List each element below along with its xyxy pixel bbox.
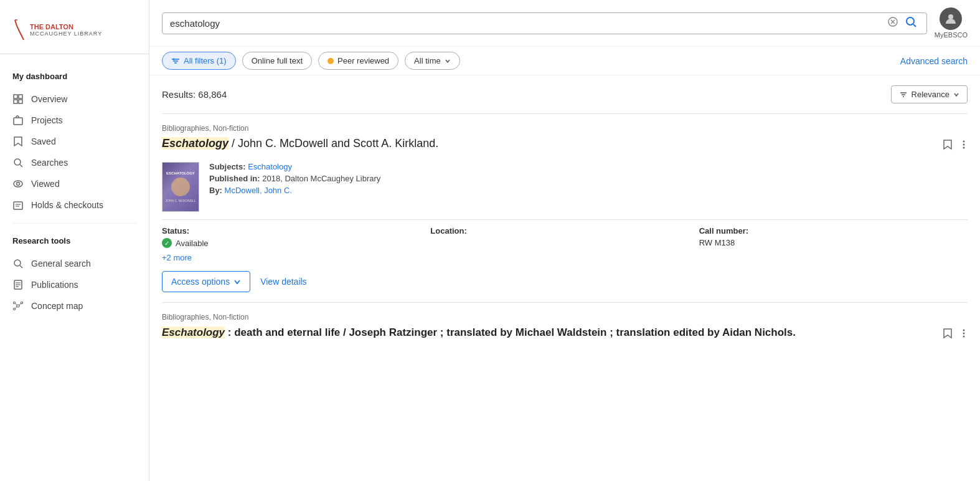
book-cover-ornament [171,178,190,196]
result1-view-details-button[interactable]: View details [260,277,306,287]
result2-meta: Bibliographies, Non-fiction [162,313,968,321]
sidebar-item-searches[interactable]: Searches [0,152,149,173]
result1-title: Eschatology / John C. McDowell and Scott… [162,136,930,151]
result1-bookmark-button[interactable] [940,136,955,156]
sidebar-label-publications: Publications [31,280,78,290]
library-logo: THE DALTON McCAUGHEY LIBRARY [0,12,149,54]
result1-title-row: Eschatology / John C. McDowell and Scott… [162,136,968,156]
sort-icon [899,90,908,99]
result2-bookmark-button[interactable] [940,325,955,345]
result2-title-rest: : death and eternal life / Joseph Ratzin… [225,326,796,338]
svg-rect-9 [14,202,22,209]
svg-point-41 [963,330,965,331]
sidebar-item-viewed[interactable]: Viewed [0,173,149,194]
svg-point-38 [963,141,965,143]
sidebar-item-saved[interactable]: Saved [0,131,149,152]
result2-more-button[interactable] [960,326,968,344]
holds-icon [12,199,24,211]
sidebar-item-publications[interactable]: Publications [0,274,149,295]
result1-access-options-button[interactable]: Access options [162,271,250,292]
svg-line-6 [20,164,22,167]
sidebar-item-general-search[interactable]: General search [0,253,149,274]
result2-title-highlighted: Eschatology [162,326,225,338]
all-filters-button[interactable]: All filters (1) [162,52,236,70]
main-content: MyEBSCO All filters (1) Online full text… [149,0,980,481]
logo-icon [12,19,27,41]
result1-more-button[interactable] [960,137,968,155]
svg-line-24 [16,307,17,309]
search-clear-button[interactable] [885,14,900,32]
filter-bar: All filters (1) Online full text Peer re… [149,47,980,75]
svg-point-21 [14,308,16,310]
advanced-search-button[interactable]: Advanced search [900,56,968,66]
peer-reviewed-label: Peer reviewed [337,56,389,65]
result1-meta: Bibliographies, Non-fiction [162,124,968,133]
chevron-down-icon [445,58,451,64]
general-search-icon [12,258,24,269]
result1-subjects: Subjects: Eschatology [209,162,968,171]
svg-line-23 [19,303,21,306]
results-header: Results: 68,864 Relevance [162,85,968,103]
result1-callnumber-value: RW M138 [699,238,968,247]
sort-chevron-down-icon [953,92,959,98]
result2-actions [930,325,968,345]
online-full-text-button[interactable]: Online full text [242,52,312,70]
sidebar-label-searches: Searches [31,158,68,168]
sidebar-label-saved: Saved [31,136,56,146]
result1-subjects-link[interactable]: Eschatology [248,162,292,171]
sidebar-item-projects[interactable]: Projects [0,110,149,131]
svg-point-42 [963,333,965,335]
svg-rect-0 [14,95,17,98]
sidebar-label-holds: Holds & checkouts [31,200,103,210]
result1-access-row: Access options View details [162,271,968,292]
access-options-label: Access options [171,277,230,287]
sidebar-label-overview: Overview [31,94,67,104]
sidebar-item-holds-checkouts[interactable]: Holds & checkouts [0,194,149,216]
results-area: Results: 68,864 Relevance Bibliographies… [149,75,980,481]
sort-label: Relevance [912,90,949,99]
svg-point-19 [14,302,16,304]
svg-point-34 [173,58,175,60]
sidebar-label-concept-map: Concept map [31,301,83,311]
viewed-icon [12,178,24,189]
svg-point-12 [14,260,21,266]
sidebar-label-general-search: General search [31,259,91,269]
overview-icon [12,93,24,105]
result1-available-label: Available [176,239,209,248]
user-label: MyEBSCO [935,31,968,39]
result1-more-link[interactable]: +2 more [162,253,192,262]
sidebar-item-concept-map[interactable]: Concept map [0,295,149,317]
result1-by-link[interactable]: McDowell, John C. [225,186,292,195]
svg-line-13 [20,265,22,268]
saved-icon [12,136,24,147]
search-button[interactable] [900,14,921,33]
all-filters-label: All filters (1) [184,56,227,65]
result1-actions [930,136,968,156]
result1-published-label: Published in: [209,174,260,183]
peer-dot-icon [327,58,334,64]
svg-line-22 [16,303,17,306]
available-check-icon: ✓ [162,238,172,248]
result2-title-row: Eschatology : death and eternal life / J… [162,325,968,345]
results-count: Results: 68,864 [162,89,227,100]
all-time-label: All time [414,56,441,65]
svg-point-20 [21,302,23,304]
svg-line-29 [913,24,916,27]
result1-location-header: Location: [430,226,699,236]
svg-point-7 [14,181,22,187]
search-input[interactable] [167,13,885,34]
result-item-2: Bibliographies, Non-fiction Eschatology … [162,302,968,355]
svg-point-5 [14,159,21,165]
result1-by-label: By: [209,186,222,195]
svg-point-39 [963,144,965,146]
sidebar-divider [12,223,136,224]
peer-reviewed-button[interactable]: Peer reviewed [318,52,398,70]
all-time-button[interactable]: All time [405,52,460,70]
sort-button[interactable]: Relevance [891,85,968,103]
result1-title-highlighted: Eschatology [162,137,229,150]
sidebar-item-overview[interactable]: Overview [0,88,149,110]
top-bar: MyEBSCO [149,0,980,47]
sidebar: THE DALTON McCAUGHEY LIBRARY My dashboar… [0,0,149,481]
user-avatar[interactable] [940,7,962,30]
user-section[interactable]: MyEBSCO [935,7,968,39]
